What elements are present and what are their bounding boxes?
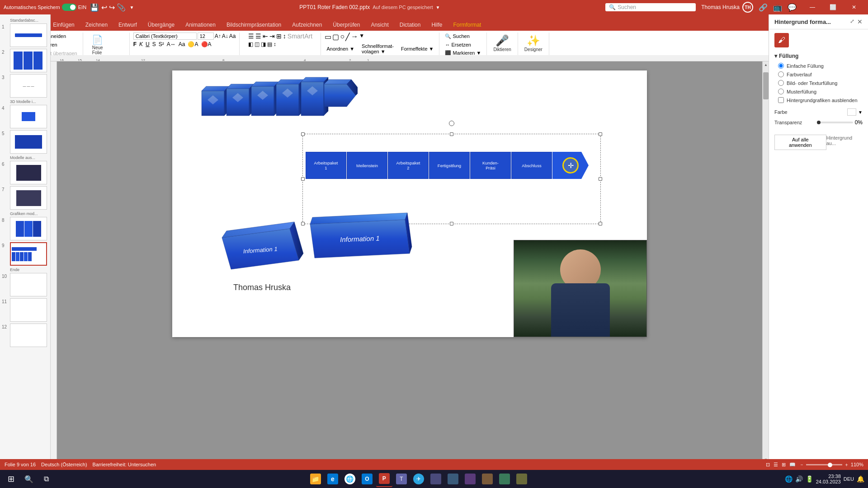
slide-item-1[interactable]: 1 [2, 23, 48, 47]
powerpoint-taskbar-icon[interactable]: P [376, 471, 392, 487]
font-size-input[interactable]: 12 [198, 33, 214, 40]
slide-item-8[interactable]: 8 [2, 217, 48, 240]
tab-ansicht[interactable]: Ansicht [365, 19, 394, 31]
zoom-slider[interactable] [806, 464, 842, 465]
pane-secondary-btn[interactable]: Hintergrund au... [826, 135, 863, 146]
strikethrough-btn[interactable]: S [152, 41, 156, 47]
taskview-button[interactable]: ⧉ [38, 471, 54, 487]
present-icon[interactable]: 📺 [773, 3, 782, 12]
handle-bm[interactable] [450, 222, 453, 225]
view-outline-icon[interactable]: ☰ [774, 462, 778, 468]
view-normal-icon[interactable]: ⊡ [766, 462, 770, 468]
slider-thumb[interactable] [817, 121, 821, 124]
align-right-btn[interactable]: ◨ [261, 41, 266, 47]
telegram-icon[interactable]: ✈ [410, 471, 427, 487]
tab-bildschirm[interactable]: Bildschirmpräsentation [221, 19, 287, 31]
case-btn[interactable]: Aa [179, 41, 185, 47]
btn-ersetzen[interactable]: ↔ Ersetzen [443, 41, 472, 48]
spacing-btn[interactable]: A↔ [167, 41, 176, 47]
auto-save-toggle[interactable]: Automatisches Speichern EIN [4, 4, 86, 11]
fill-gradient-radio[interactable] [778, 71, 784, 77]
close-button[interactable]: ✕ [844, 0, 864, 14]
pane-resize-btn[interactable]: ⤢ [850, 18, 854, 25]
handle-br[interactable] [599, 222, 602, 225]
font-size-increase[interactable]: A↑ [215, 33, 221, 39]
shape-arrow[interactable]: → [351, 33, 358, 41]
pane-close-button[interactable]: ✕ [857, 18, 863, 25]
scrollbar-up-arrow[interactable]: ▲ [763, 61, 769, 68]
slide-thumb-3[interactable]: — — — [10, 74, 47, 98]
fill-hide-bg-check[interactable] [778, 97, 784, 103]
flow-step-2[interactable]: Meilenstein [347, 152, 387, 179]
handle-ml[interactable] [301, 177, 305, 181]
accessibility-status[interactable]: Barrierefreiheit: Untersuchen [93, 462, 156, 467]
flow-step-3[interactable]: Arbeitspaket2 [388, 152, 429, 179]
color-field-value[interactable]: ▼ [847, 108, 863, 116]
edge-icon[interactable]: e [325, 471, 341, 487]
flow-step-6[interactable]: Abschluss [511, 152, 552, 179]
shape-oval[interactable]: ○ [340, 33, 344, 41]
text-align-btn[interactable]: SmartArt [288, 33, 312, 40]
fill-simple[interactable]: Einfache Füllung [778, 63, 863, 69]
slide-thumb-12[interactable] [10, 324, 47, 347]
font-name-input[interactable]: Calibri (Textkörper) [133, 33, 197, 40]
apply-all-button[interactable]: Auf alle anwenden [774, 135, 826, 150]
shadow-btn[interactable]: S² [159, 41, 164, 47]
align-center-btn[interactable]: ◫ [255, 41, 259, 47]
tab-formformat[interactable]: Formformat [448, 19, 486, 31]
app3-icon[interactable] [462, 471, 478, 487]
btn-anordnen[interactable]: Anordnen ▼ [325, 42, 356, 55]
slide-thumb-5[interactable] [10, 130, 47, 154]
btn-designer[interactable]: ✨ Designer [522, 33, 545, 54]
font-color-btn[interactable]: 🔴A [201, 41, 212, 47]
justify-btn[interactable]: ▤ [267, 41, 272, 47]
shape-more[interactable]: ▼ [359, 33, 364, 41]
view-reading-icon[interactable]: 📖 [789, 462, 796, 468]
app5-icon[interactable] [496, 471, 513, 487]
slide-item-10[interactable]: 10 [2, 273, 48, 296]
color-swatch[interactable] [847, 108, 856, 116]
indent-more-btn[interactable]: ⇥ [269, 33, 275, 40]
col-layout-btn[interactable]: ⊞ [276, 33, 282, 40]
dropdown-chevron[interactable]: ▼ [436, 5, 440, 10]
outlook-icon[interactable]: O [359, 471, 375, 487]
align-left-btn[interactable]: ◧ [248, 41, 253, 47]
fill-image-radio[interactable] [778, 80, 784, 86]
btn-diktieren[interactable]: 🎤 Diktieren [491, 33, 514, 54]
underline-btn[interactable]: U [146, 41, 150, 47]
flow-step-1[interactable]: Arbeitspaket1 [306, 152, 346, 179]
btn-formeffekte[interactable]: Formeffekte ▼ [399, 42, 435, 55]
slide-item-9[interactable]: 9 [2, 242, 48, 266]
zoom-in-btn[interactable]: ＋ [844, 461, 849, 468]
tab-uebergaenge[interactable]: Übergänge [142, 19, 180, 31]
indent-less-btn[interactable]: ⇤ [263, 33, 268, 40]
handle-tm[interactable] [450, 132, 453, 136]
search-button[interactable]: 🔍 [21, 471, 37, 487]
slide-item-4[interactable]: 4 [2, 105, 48, 128]
fill-simple-radio[interactable] [778, 63, 784, 69]
slide-thumb-7[interactable] [10, 186, 47, 210]
shape-rect[interactable]: ▭ [325, 33, 331, 41]
slide-item-3[interactable]: 3 — — — [2, 74, 48, 98]
line-spacing-btn[interactable]: ↕ [274, 41, 276, 47]
volume-icon[interactable]: 🔊 [795, 475, 803, 483]
slide-thumb-9[interactable] [10, 242, 47, 266]
tab-animationen[interactable]: Animationen [180, 19, 221, 31]
bullet-list-btn[interactable]: ☰ [248, 33, 254, 40]
font-size-decrease[interactable]: A↓ [222, 33, 228, 39]
slide-item-6[interactable]: 6 [2, 161, 48, 184]
info-box-right[interactable]: Information 1 [301, 199, 423, 276]
quick-access-chevron[interactable]: ▼ [129, 5, 134, 10]
language-status[interactable]: Deutsch (Österreich) [41, 462, 87, 467]
color-dropdown-icon[interactable]: ▼ [858, 110, 863, 115]
slide-item-11[interactable]: 11 [2, 298, 48, 322]
search-bar[interactable]: 🔍 Suchen [605, 3, 696, 11]
slide-item-5[interactable]: 5 [2, 130, 48, 154]
flow-step-4[interactable]: Fertigsttlung [429, 152, 470, 179]
italic-btn[interactable]: K [139, 41, 143, 47]
slide-thumb-11[interactable] [10, 298, 47, 322]
notification-icon[interactable]: 🔔 [857, 475, 864, 483]
transparency-slider[interactable]: 0% [817, 119, 863, 126]
vertical-scrollbar[interactable]: ▲ ▼ [762, 61, 769, 463]
canvas-area[interactable]: Arbeitspaket1 Meilenstein Arbeitspaket2 … [57, 61, 762, 463]
